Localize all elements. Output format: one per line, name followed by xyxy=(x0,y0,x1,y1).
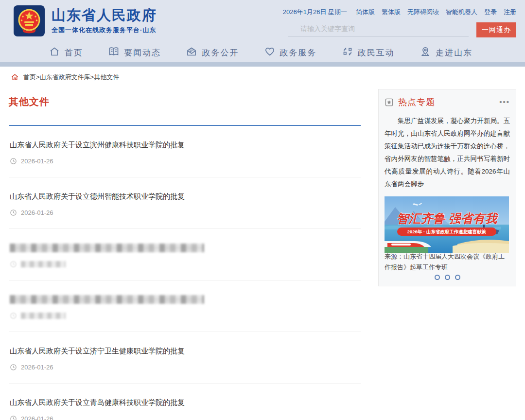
doc-date: 2026-01-26 xyxy=(21,415,53,420)
main-nav: 首页 要闻动态 政务公开 政务服务 政民互动 走进山东 xyxy=(0,43,525,62)
nav-label: 首页 xyxy=(65,47,83,58)
doc-date: 2026-01-26 xyxy=(21,364,53,371)
doc-title-link[interactable]: 山东省人民政府关于设立滨州健康科技职业学院的批复 xyxy=(10,140,360,149)
document-list-panel: 其他文件 山东省人民政府关于设立滨州健康科技职业学院的批复 2026-01-26… xyxy=(9,88,361,420)
clock-icon xyxy=(10,158,17,165)
interaction-icon xyxy=(342,46,353,60)
site-logo[interactable]: 山东省人民政府 全国一体化在线政务服务平台·山东 xyxy=(14,5,157,36)
hot-topics-title: 热点专题 xyxy=(398,96,499,108)
list-item: 山东省人民政府关于设立青岛健康科技职业学院的批复 2026-01-26 xyxy=(9,384,361,420)
link-traditional[interactable]: 繁体版 xyxy=(382,8,401,17)
envelope-icon xyxy=(186,46,197,60)
clock-icon xyxy=(10,261,17,268)
doc-title-link[interactable]: 山东省人民政府关于设立济宁卫生健康职业学院的批复 xyxy=(10,347,360,355)
search-input[interactable] xyxy=(288,23,469,37)
link-robot[interactable]: 智能机器人 xyxy=(446,8,477,17)
nav-item-about[interactable]: 走进山东 xyxy=(420,46,472,60)
site-title: 山东省人民政府 xyxy=(52,7,157,23)
nav-divider-strip xyxy=(0,62,525,67)
site-header: 山东省人民政府 全国一体化在线政务服务平台·山东 2026年1月26日 星期一 … xyxy=(0,0,525,43)
list-item-redacted xyxy=(9,280,361,332)
pager-dot[interactable] xyxy=(435,275,440,280)
site-subtitle: 全国一体化在线政务服务平台·山东 xyxy=(52,26,157,35)
clock-icon xyxy=(10,415,17,420)
date-text: 2026年1月26日 星期一 xyxy=(283,8,347,17)
doc-title-redacted[interactable] xyxy=(10,295,204,304)
pager-dot[interactable] xyxy=(445,275,450,280)
doc-date: 2026-01-26 xyxy=(21,158,53,165)
clock-icon xyxy=(10,364,17,371)
utility-links: 2026年1月26日 星期一 简体版 繁体版 无障碍阅读 智能机器人 登录 注册 xyxy=(288,8,516,17)
nav-label: 政务公开 xyxy=(202,47,239,58)
nav-label: 政民互动 xyxy=(358,47,395,58)
nav-label: 走进山东 xyxy=(436,47,472,58)
list-item: 山东省人民政府关于设立滨州健康科技职业学院的批复 2026-01-26 xyxy=(9,126,361,177)
nav-item-news[interactable]: 要闻动态 xyxy=(108,46,161,60)
hot-topic-caption: 来源：山东省十四届人大四次会议《政府工作报告》起草工作专班 xyxy=(385,251,510,273)
doc-title-link[interactable]: 山东省人民政府关于设立青岛健康科技职业学院的批复 xyxy=(10,398,360,407)
pager-dot[interactable] xyxy=(455,275,460,280)
nav-item-interaction[interactable]: 政民互动 xyxy=(342,46,395,60)
breadcrumb: 首页>山东省政府文件库>其他文件 xyxy=(0,67,525,88)
carousel-pager xyxy=(385,275,510,280)
nav-item-home[interactable]: 首页 xyxy=(49,46,83,60)
list-item: 山东省人民政府关于设立济宁卫生健康职业学院的批复 2026-01-26 xyxy=(9,332,361,384)
hot-topic-banner-image[interactable]: 智汇齐鲁 强省有我 2026年 · 山东省政府工作邀您建言献策 xyxy=(385,196,509,253)
sidebar: 热点专题 ••• 集思广益谋发展，凝心聚力开新局。五年时光，由山东省人民政府网举… xyxy=(378,89,516,420)
doc-date-redacted xyxy=(21,313,66,319)
nav-item-disclosure[interactable]: 政务公开 xyxy=(186,46,239,60)
book-icon xyxy=(108,46,120,60)
map-pin-icon xyxy=(420,46,431,60)
doc-title-redacted[interactable] xyxy=(10,244,204,252)
hot-topic-intro: 集思广益谋发展，凝心聚力开新局。五年时光，由山东省人民政府网举办的建言献策征集活… xyxy=(385,115,510,191)
page-title: 其他文件 xyxy=(9,95,361,108)
hot-topics-box: 热点专题 ••• 集思广益谋发展，凝心聚力开新局。五年时光，由山东省人民政府网举… xyxy=(378,89,516,286)
national-emblem-icon xyxy=(14,5,45,36)
nav-label: 政务服务 xyxy=(280,47,317,58)
doc-date: 2026-01-26 xyxy=(21,209,53,216)
heart-icon xyxy=(264,46,276,60)
link-register[interactable]: 注册 xyxy=(504,8,516,17)
home-icon xyxy=(49,46,60,60)
link-accessibility[interactable]: 无障碍阅读 xyxy=(407,8,439,17)
page: 山东省人民政府 全国一体化在线政务服务平台·山东 2026年1月26日 星期一 … xyxy=(0,0,525,420)
nav-item-services[interactable]: 政务服务 xyxy=(264,46,317,60)
doc-date-redacted xyxy=(21,261,66,267)
list-item-redacted xyxy=(9,229,361,280)
breadcrumb-home-icon[interactable] xyxy=(11,73,19,81)
banner-headline: 智汇齐鲁 强省有我 xyxy=(397,211,499,225)
clock-icon xyxy=(10,312,17,319)
banner-ribbon-text: 2026年 · 山东省政府工作邀您建言献策 xyxy=(407,229,487,234)
link-login[interactable]: 登录 xyxy=(484,8,497,17)
doc-title-link[interactable]: 山东省人民政府关于设立德州智能技术职业学院的批复 xyxy=(10,192,360,201)
nav-label: 要闻动态 xyxy=(124,47,161,58)
yiwangtongban-button[interactable]: 一网通办 xyxy=(476,22,516,37)
list-item: 山东省人民政府关于设立德州智能技术职业学院的批复 2026-01-26 xyxy=(9,177,361,229)
breadcrumb-text[interactable]: 首页>山东省政府文件库>其他文件 xyxy=(23,73,119,82)
link-simplified[interactable]: 简体版 xyxy=(356,8,375,17)
more-menu-button[interactable]: ••• xyxy=(499,100,510,105)
star-badge-icon xyxy=(385,98,394,107)
clock-icon xyxy=(10,209,17,216)
